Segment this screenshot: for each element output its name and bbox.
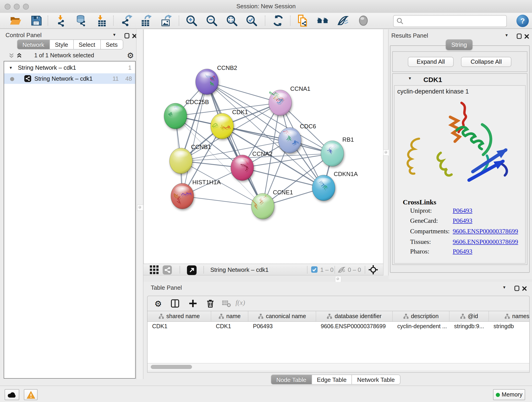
table-cell[interactable]: P06493 (248, 322, 316, 331)
vertical-splitter-left[interactable] (136, 29, 143, 379)
network-node-HIST1H1A[interactable]: HIST1H1A (171, 179, 221, 209)
import-network-from-database-icon[interactable] (76, 15, 88, 27)
column-header--id[interactable]: @id (450, 311, 489, 321)
network-view-icon[interactable] (163, 265, 172, 276)
network-node-CDK1[interactable]: CDK1 (210, 109, 248, 139)
fit-content-crosshair-icon[interactable] (368, 265, 378, 276)
table-cell[interactable]: CDK1 (147, 322, 211, 331)
export-network-icon[interactable] (121, 15, 133, 27)
table-cell[interactable]: cyclin-dependent ... (393, 322, 450, 331)
table-options-gear-icon[interactable]: ⚙ (154, 299, 164, 308)
results-panel-title: Results Panel (391, 32, 428, 39)
network-list-header: 1 of 1 Network selected ⚙ (4, 51, 136, 60)
collapse-gene-section-icon[interactable]: ▾ (409, 75, 415, 82)
tab-style[interactable]: Style (50, 39, 74, 50)
zoom-fit-icon[interactable] (226, 15, 238, 27)
panel-menu-icon[interactable]: ▾ (505, 32, 512, 38)
network-options-gear-icon[interactable]: ⚙ (127, 51, 134, 60)
column-header-shared-name[interactable]: shared name (147, 311, 211, 321)
crosslink-value-link[interactable]: P06493 (453, 248, 472, 255)
column-header-database-identifier[interactable]: database identifier (316, 311, 393, 321)
scrollbar-thumb[interactable] (151, 365, 192, 369)
crosslink-value-link[interactable]: P06493 (453, 207, 472, 215)
crosslink-row: Tissues:9606.ENSP00000378699 (410, 238, 431, 246)
memory-button[interactable]: Memory (493, 389, 525, 400)
crosslink-label: Tissues: (410, 238, 431, 245)
zoom-out-icon[interactable] (206, 15, 218, 27)
tab-string[interactable]: String (446, 39, 472, 50)
node-label-CCNA2: CCNA2 (252, 151, 272, 157)
table-horizontal-scrollbar[interactable] (147, 363, 529, 370)
node-label-CCNA1: CCNA1 (290, 85, 310, 92)
toolbar-separator (179, 16, 179, 26)
network-node-CDC6[interactable]: CDC6 (278, 123, 316, 153)
export-image-icon[interactable] (160, 15, 172, 27)
network-collection-row[interactable]: ▾ String Network – cdk1 1 (4, 63, 135, 73)
export-table-icon[interactable] (140, 15, 152, 27)
network-row-selected[interactable]: String Network – cdk1 11 48 (4, 73, 135, 84)
zoom-selected-icon[interactable] (246, 15, 258, 27)
expand-all-button[interactable]: Expand All (408, 57, 454, 67)
table-cell[interactable]: 9606.ENSP00000378699 (316, 322, 393, 331)
network-canvas[interactable]: CCNB2CCNA1CDC25BCDK1CDC6RB1CCNB1CCNA2CDK… (143, 29, 383, 264)
panel-menu-icon[interactable]: ▾ (113, 32, 120, 38)
tab-sets[interactable]: Sets (101, 39, 123, 50)
table-tab-node-table[interactable]: Node Table (271, 375, 312, 385)
delete-table-icon (222, 299, 231, 308)
hide-selected-icon[interactable] (337, 15, 349, 27)
group-nodes-icon[interactable] (317, 15, 329, 27)
selected-checkbox-icon[interactable] (311, 266, 317, 274)
splitter-handle[interactable] (335, 276, 341, 282)
import-network-icon[interactable] (56, 15, 68, 27)
close-panel-icon[interactable] (522, 285, 528, 291)
help-button[interactable]: ? (516, 15, 529, 27)
network-node-CDKN1A[interactable]: CDKN1A (312, 171, 358, 201)
float-panel-icon[interactable] (514, 285, 520, 291)
import-table-icon[interactable] (96, 15, 108, 27)
float-panel-icon[interactable] (516, 32, 523, 39)
open-session-icon[interactable] (10, 15, 22, 27)
float-panel-icon[interactable] (124, 32, 131, 38)
grid-view-icon[interactable] (150, 265, 158, 276)
add-column-icon[interactable] (188, 299, 197, 308)
table-tab-edge-table[interactable]: Edge Table (312, 375, 352, 385)
refresh-layout-icon[interactable] (272, 15, 284, 27)
first-neighbors-icon[interactable] (296, 15, 308, 27)
string-network-icon (24, 75, 31, 83)
save-session-icon[interactable] (30, 15, 42, 27)
tab-network[interactable]: Network (17, 39, 50, 50)
birds-eye-view-icon[interactable] (187, 265, 196, 277)
node-label-CCNB2: CCNB2 (217, 65, 237, 71)
warnings-button[interactable] (24, 389, 38, 400)
hidden-eye-icon[interactable] (338, 266, 346, 275)
network-node-RB1[interactable]: RB1 (321, 136, 354, 166)
crosslink-value-link[interactable]: P06493 (453, 217, 472, 225)
splitter-handle[interactable] (137, 204, 143, 211)
network-node-CCNA1[interactable]: CCNA1 (269, 85, 310, 115)
cloud-status-button[interactable] (5, 389, 19, 400)
zoom-in-icon[interactable] (186, 15, 197, 27)
column-header-namespace[interactable]: namespace (489, 311, 529, 321)
collapse-all-button[interactable]: Collapse All (461, 57, 511, 67)
table-tab-network-table[interactable]: Network Table (352, 375, 400, 385)
crosslink-value-link[interactable]: 9606.ENSP00000378699 (453, 228, 518, 235)
table-cell[interactable]: CDK1 (211, 322, 248, 331)
table-container: ⚙ f(x) shared namenamecanonical namedata… (147, 296, 530, 373)
close-panel-icon[interactable] (524, 32, 531, 39)
tab-select[interactable]: Select (74, 39, 101, 50)
crosslink-value-link[interactable]: 9606.ENSP00000378699 (453, 238, 518, 246)
show-columns-icon[interactable] (171, 299, 180, 308)
collapse-collection-icon[interactable]: ▾ (10, 65, 12, 71)
network-node-CCNE1[interactable]: CCNE1 (251, 189, 293, 219)
column-header-description[interactable]: description (393, 311, 450, 321)
table-cell[interactable]: stringdb (489, 322, 529, 331)
delete-column-icon[interactable] (206, 299, 215, 308)
column-header-name[interactable]: name (211, 311, 248, 321)
search-input[interactable] (405, 16, 505, 26)
table-cell[interactable]: stringdb:9... (450, 322, 489, 331)
show-all-icon[interactable] (357, 15, 369, 27)
table-row[interactable]: CDK1CDK1P064939606.ENSP00000378699cyclin… (147, 322, 529, 331)
network-node-CCNB1[interactable]: CCNB1 (170, 144, 211, 174)
column-header-canonical-name[interactable]: canonical name (248, 311, 316, 321)
panel-menu-icon[interactable]: ▾ (503, 284, 510, 291)
